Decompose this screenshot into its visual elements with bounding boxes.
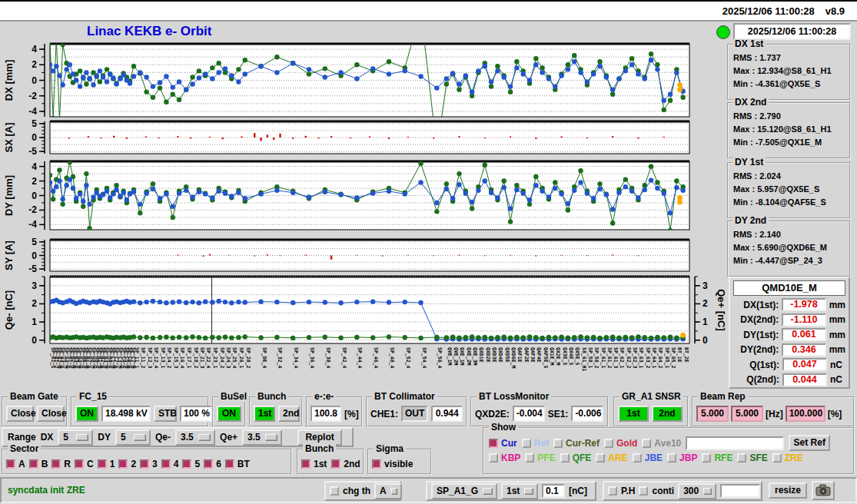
sector-item: 1 [98,459,115,469]
bunch-plot-checkbox-1st[interactable] [301,459,311,469]
sector-label: R [64,459,71,469]
sector-checkbox-A[interactable] [6,459,15,469]
show-checkbox-Cur-Ref[interactable] [553,439,563,448]
show-checkbox-KBP[interactable] [489,453,498,463]
range-dy-label: DY [98,432,111,443]
interval-select[interactable]: 300 [678,483,716,499]
show-checkbox-JBP[interactable] [667,453,676,463]
group-title: Sigma [374,443,406,454]
svg-text:0: 0 [703,335,708,346]
fc15-stb-button[interactable]: STB [154,406,177,422]
monitor-select[interactable]: SP_A1_G [431,483,497,499]
qmd-row-label: DY(2nd): [733,344,779,355]
x-axis-label: SP_11_2 [140,347,146,368]
show-checkbox-Ref[interactable] [522,439,531,448]
range-qep-select[interactable]: 3.5 [242,429,282,446]
show-checkbox-ARE[interactable] [596,453,605,463]
chg-th-label: chg th [343,486,370,496]
show-label: JBP [679,453,697,463]
show-item: Cur [489,438,517,449]
svg-text:4: 4 [32,161,37,172]
show-item: ZRE [772,453,803,463]
range-dx-select[interactable]: 5 [58,429,93,446]
conti-checkbox[interactable] [639,486,648,496]
fc15-group: FC_15 ON 18.498 kV STB 100 % [71,396,209,427]
show-checkbox-Gold[interactable] [604,439,613,448]
group-title: Show [489,422,518,433]
fc15-on-button[interactable]: ON [75,406,98,422]
application-window: 2025/12/06 11:00:28 v8.9 Linac KEKB e- O… [0,0,857,504]
ph-checkbox[interactable] [608,486,617,496]
x-axis-label: QAF3E [530,347,536,363]
sector-checkbox-5[interactable] [182,459,191,469]
show-checkbox-QFE[interactable] [560,453,570,463]
sector-checkbox-1[interactable] [98,459,107,469]
range-qem-select[interactable]: 3.5 [175,429,215,446]
beam-gate-close-button-2[interactable]: Close [37,406,65,422]
x-axis-label: QXD5E [504,347,510,363]
sector-checkbox-3[interactable] [140,459,149,469]
screenshot-button[interactable] [812,481,835,500]
bunch-1st-button[interactable]: 1st [254,406,275,422]
show-checkbox-PFE[interactable] [525,453,534,463]
group-title: e-:e- [312,391,336,402]
show-checkbox-Cur[interactable] [489,439,498,448]
bunch-select-value: 1st [507,486,520,497]
beam-rep-group: Beam Rep 5.000 5.000 [Hz] 100.000 [%] [692,396,855,427]
option-menu-dash-icon [198,434,210,440]
sector-item: C [75,459,94,469]
sigma-checkbox-visible[interactable] [372,459,381,469]
beam-rep-hz-unit: [Hz] [766,409,783,419]
sector-checkbox-4[interactable] [161,459,171,469]
bunch-select-group: Bunch 1st 2nd [249,396,303,427]
x-axis-label: SP_26_1 [238,347,244,368]
qmd-row-unit: mm [829,330,845,340]
svg-text:-2: -2 [28,91,37,101]
sector-checkbox-6[interactable] [204,459,213,469]
show-checkbox-ZRE[interactable] [772,453,782,463]
sector-label: 3 [152,459,158,469]
set-ref-input[interactable] [686,436,784,450]
bunch-select[interactable]: 1st [501,483,538,499]
plot-mode-panel: P.H conti 300 [603,481,762,501]
threshold-input[interactable] [542,484,565,498]
show-checkbox-RFE[interactable] [702,453,711,463]
monitor-select-panel: SP_A1_G 1st [nC] [426,481,596,501]
snsr-1st-button[interactable]: 1st [618,406,649,422]
bunch-2nd-button[interactable]: 2nd [278,406,300,422]
sector-checkbox-BT[interactable] [225,459,234,469]
option-menu-dash-icon [391,488,397,494]
qmd-row-value: -1.110 [782,313,825,327]
show-checkbox-SFE[interactable] [737,453,746,463]
bunch-plot-checkbox-2nd[interactable] [331,459,340,469]
snsr-2nd-button[interactable]: 2nd [652,406,683,422]
status-message: syncdata init ZRE [8,485,85,496]
sector-checkbox-C[interactable] [75,459,84,469]
x-axis-label: SP_58_1 [587,347,593,368]
selected-monitor-name[interactable]: QMD10E_M [733,280,845,296]
x-axis-label: QAF5E_S [543,347,549,368]
svg-text:2: 2 [32,298,37,309]
show-checkbox-Ave10[interactable] [642,439,651,448]
stats-dy-2nd: DY 2nd RMS : 2.140 Max : 5.690@QXD6E_M M… [727,220,851,277]
sector-checkbox-R[interactable] [51,459,61,469]
x-axis-label: SP_61_1 [600,347,606,368]
extra-input[interactable] [720,484,760,498]
sector-checkbox-2[interactable] [118,459,128,469]
chg-th-checkbox[interactable] [330,486,339,496]
group-title: FC_15 [77,391,109,402]
show-checkbox-JBE[interactable] [633,453,642,463]
beam-gate-close-button-1[interactable]: Close [6,406,34,422]
set-ref-button[interactable]: Set Ref [789,435,830,451]
ee-ratio-field: 100.8 [311,406,341,422]
chg-th-select[interactable]: A [374,483,402,499]
show-label: QFE [573,453,592,463]
range-dy-select[interactable]: 5 [115,429,151,446]
resize-button[interactable]: resize [769,482,807,499]
group-title: GR_A1 SNSR [619,391,683,402]
x-axis-label: QXD6E_M [510,347,517,368]
beam-rep-percent-field: 100.000 [786,406,825,422]
range-qep-value: 3.5 [247,432,261,443]
sector-checkbox-B[interactable] [29,459,38,469]
busel-on-button[interactable]: ON [217,406,241,422]
